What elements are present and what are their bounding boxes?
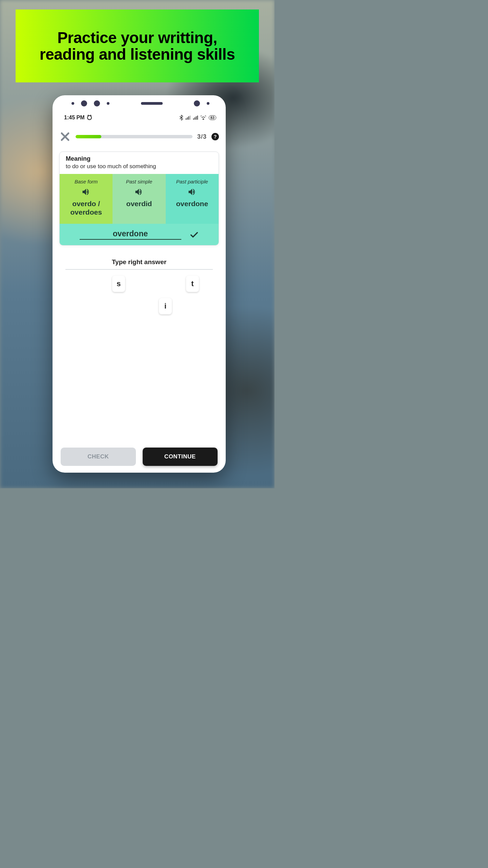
form-past-participle: Past participle overdone xyxy=(166,174,219,224)
progress-counter: 3/3 xyxy=(197,133,207,140)
form-label: Past simple xyxy=(126,179,152,184)
device-speaker xyxy=(141,102,163,105)
promo-banner: Practice your writting, reading and list… xyxy=(16,9,259,82)
form-past-simple: Past simple overdid xyxy=(113,174,165,224)
form-label: Past participle xyxy=(176,179,208,184)
help-button[interactable]: ? xyxy=(211,133,219,140)
form-word: overdid xyxy=(126,199,152,208)
check-button[interactable]: CHECK xyxy=(61,448,136,466)
prompt-section: Type right answer sti xyxy=(59,258,219,326)
signal-icon xyxy=(186,116,190,120)
form-word: overdo / overdoes xyxy=(62,199,110,216)
letter-tile[interactable]: s xyxy=(112,276,125,292)
device-dots-right xyxy=(194,100,209,106)
svg-rect-5 xyxy=(195,117,195,120)
check-icon xyxy=(189,230,199,240)
bluetooth-icon xyxy=(180,115,183,120)
svg-rect-1 xyxy=(187,117,188,120)
speaker-icon[interactable] xyxy=(81,187,91,197)
progress-bar-fill xyxy=(76,135,101,138)
wifi-icon xyxy=(201,116,206,120)
speaker-icon[interactable] xyxy=(187,187,197,197)
form-label: Base form xyxy=(75,179,98,184)
device-dots-left xyxy=(72,100,109,106)
promo-banner-title: Practice your writting, reading and list… xyxy=(36,29,239,62)
svg-rect-2 xyxy=(188,116,189,120)
meaning-label: Meaning xyxy=(66,155,212,162)
answer-row xyxy=(60,224,219,245)
form-base: Base form overdo / overdoes xyxy=(60,174,113,224)
app-content: 3/3 ? Meaning to do or use too much of s… xyxy=(53,124,226,473)
continue-button[interactable]: CONTINUE xyxy=(143,448,218,466)
meaning-section: Meaning to do or use too much of somethi… xyxy=(60,152,219,174)
alarm-icon xyxy=(87,115,92,120)
answer-input[interactable] xyxy=(80,229,181,240)
device-hardware-bar xyxy=(53,95,226,112)
meaning-text: to do or use too much of something xyxy=(66,163,212,170)
footer-buttons: CHECK CONTINUE xyxy=(59,448,219,473)
letter-tile[interactable]: t xyxy=(186,276,199,292)
letter-tiles: sti xyxy=(65,276,213,326)
prompt-text: Type right answer xyxy=(65,258,213,270)
svg-rect-6 xyxy=(196,116,197,120)
phone-frame: 1:45 PM 83 3/3 ? Meaning to do or use to xyxy=(53,95,226,473)
svg-rect-4 xyxy=(193,118,194,120)
status-icons: 83 xyxy=(180,115,216,120)
svg-rect-0 xyxy=(186,118,186,120)
signal-icon-2 xyxy=(193,116,198,120)
status-bar: 1:45 PM 83 xyxy=(53,112,226,124)
status-time: 1:45 PM xyxy=(64,115,84,121)
svg-rect-3 xyxy=(190,116,190,120)
progress-bar xyxy=(76,135,192,138)
exercise-top-row: 3/3 ? xyxy=(59,129,219,144)
verb-forms-row: Base form overdo / overdoes Past simple … xyxy=(60,174,219,224)
letter-tile[interactable]: i xyxy=(159,298,172,314)
exercise-card: Meaning to do or use too much of somethi… xyxy=(59,152,219,245)
battery-badge: 83 xyxy=(209,115,216,120)
close-button[interactable] xyxy=(59,131,71,142)
speaker-icon[interactable] xyxy=(134,187,144,197)
svg-rect-7 xyxy=(197,116,198,120)
status-time-group: 1:45 PM xyxy=(64,115,92,121)
form-word: overdone xyxy=(176,199,208,208)
